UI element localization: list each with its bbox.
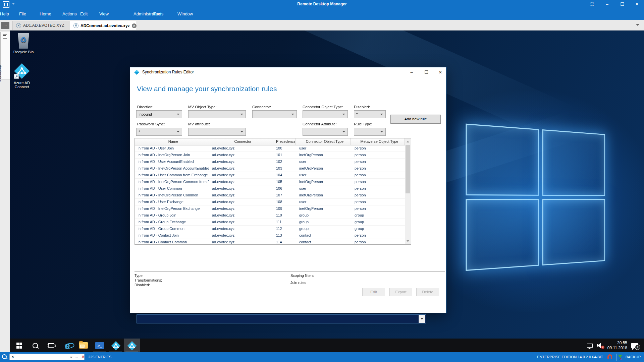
menu-item[interactable]: Window: [177, 11, 193, 16]
connector-attribute-select[interactable]: [303, 128, 348, 136]
window-title: Remote Desktop Manager: [0, 2, 644, 6]
connector-select[interactable]: [252, 110, 297, 118]
desktop-icon-azure-ad-connect[interactable]: ↗ Azure AD Connect: [10, 63, 38, 89]
password-sync-label: Password Sync:: [137, 122, 165, 126]
taskbar-clock[interactable]: 20:55 09.11.2018: [607, 341, 627, 351]
rule-type-select[interactable]: [354, 128, 386, 136]
search-icon: [2, 354, 7, 359]
windows-start-icon: [16, 343, 22, 348]
delete-button[interactable]: Delete: [416, 288, 439, 296]
table-row[interactable]: In from AD - User AccountEnabled ad.evot…: [135, 159, 405, 165]
backup-label[interactable]: BACKUP: [626, 355, 641, 359]
internet-explorer-icon: e: [65, 341, 70, 350]
entries-count: 225 ENTRIES: [88, 355, 111, 359]
clock-date: 09.11.2018: [607, 346, 627, 351]
dialog-minimize-button[interactable]: –: [407, 69, 417, 75]
table-row[interactable]: In from AD - InetOrgPerson Join ad.evote…: [135, 152, 405, 159]
menu-item[interactable]: Tools: [153, 11, 163, 16]
search-more-icon[interactable]: …: [74, 355, 78, 359]
recycle-bin-icon: ♻: [17, 33, 30, 49]
table-row[interactable]: In from AD - User Join ad.evotec.xyz 100…: [135, 145, 405, 152]
volume-muted-icon[interactable]: ✕: [597, 343, 603, 348]
table-scrollbar[interactable]: [405, 138, 411, 244]
action-center-icon[interactable]: 2: [631, 343, 638, 348]
scroll-up-icon[interactable]: [407, 141, 409, 142]
desktop-icon-recycle-bin[interactable]: ♻ Recycle Bin: [10, 33, 40, 54]
table-row[interactable]: In from AD - Group Common ad.evotec.xyz …: [135, 226, 405, 232]
desktop-icon-label: Connect: [10, 85, 38, 89]
password-sync-select[interactable]: *: [136, 128, 182, 136]
menu-item[interactable]: Home: [40, 11, 51, 16]
task-view-button[interactable]: [43, 339, 59, 352]
table-row[interactable]: In from AD - User Common from Exchange a…: [135, 172, 405, 179]
navigation-panel-tab[interactable]: Navigation: [0, 32, 10, 79]
join-rules-label: Join rules: [290, 281, 306, 285]
table-row[interactable]: In from AD - User Common ad.evotec.xyz 1…: [135, 185, 405, 192]
scrollbar-thumb[interactable]: [406, 145, 410, 193]
column-header-name[interactable]: Name: [135, 138, 209, 145]
maximize-button[interactable]: ☐: [617, 1, 627, 7]
clear-search-icon[interactable]: ✕: [82, 355, 85, 359]
dialog-maximize-button[interactable]: ☐: [421, 69, 431, 75]
column-header-connector[interactable]: Connector: [209, 138, 274, 145]
windows-logo: [466, 124, 608, 276]
magnet-icon[interactable]: [607, 354, 612, 359]
edit-button[interactable]: Edit: [362, 288, 385, 296]
background-combobox[interactable]: [137, 314, 426, 323]
menu-item[interactable]: Actions: [62, 11, 77, 16]
taskbar-search-button[interactable]: [27, 339, 43, 352]
table-row[interactable]: In from AD - Group Exchange ad.evotec.xy…: [135, 219, 405, 226]
tab-list-caret-icon[interactable]: [636, 24, 639, 26]
tab-ad1[interactable]: AD1.AD.EVOTEC.XYZ: [12, 21, 69, 30]
table-row[interactable]: In from AD - InetOrgPerson Common ad.evo…: [135, 192, 405, 199]
scroll-down-icon[interactable]: [407, 240, 409, 242]
table-row[interactable]: In from AD - Contact Common ad.evotec.xy…: [135, 239, 405, 245]
add-new-rule-button[interactable]: Add new rule: [390, 115, 441, 124]
column-header-precedence[interactable]: Precedence: [274, 138, 296, 145]
disabled-filter-select[interactable]: *: [354, 110, 386, 118]
close-button[interactable]: ✕: [632, 1, 642, 7]
table-header: Name Connector Precedence Connector Obje…: [135, 138, 405, 145]
column-header-connector-object-type[interactable]: Connector Object Type: [296, 138, 351, 145]
connector-object-type-select[interactable]: [303, 110, 348, 118]
taskbar-powershell[interactable]: >_: [92, 339, 108, 352]
sync-rules-editor-window: Synchronization Rules Editor – ☐ ✕ View …: [130, 67, 446, 313]
divider: [135, 271, 445, 272]
direction-select[interactable]: Inbound: [136, 110, 182, 118]
table-row[interactable]: In from AD - InetOrgPerson AccountEnable…: [135, 165, 405, 172]
mv-attribute-select[interactable]: [188, 128, 246, 136]
dialog-close-button[interactable]: ✕: [435, 69, 445, 75]
export-button[interactable]: Export: [389, 288, 412, 296]
table-row[interactable]: In from AD - User Exchange ad.evotec.xyz…: [135, 199, 405, 205]
menu-item[interactable]: Help: [0, 11, 9, 16]
tab-adconnect[interactable]: ADConnect.ad.evotec.xyz ✕: [70, 21, 136, 30]
focus-mode-button[interactable]: ⛶: [587, 1, 597, 7]
azure-ad-connect-icon: ↗: [14, 63, 30, 79]
search-input[interactable]: [9, 354, 85, 360]
start-button[interactable]: [11, 339, 27, 352]
table-row[interactable]: In from AD - Contact Join ad.evotec.xyz …: [135, 232, 405, 239]
session-icon: [16, 23, 21, 28]
table-row[interactable]: In from AD - InetOrgPerson Exchange ad.e…: [135, 205, 405, 212]
panel-menu-button[interactable]: …: [1, 22, 9, 29]
menu-item[interactable]: File: [19, 11, 26, 16]
table-row[interactable]: In from AD - Group Join ad.evotec.xyz 11…: [135, 212, 405, 219]
taskbar-internet-explorer[interactable]: e: [59, 339, 75, 352]
mv-object-type-select[interactable]: [188, 110, 246, 118]
search-options-caret-icon[interactable]: [70, 357, 72, 358]
table-body: In from AD - User Join ad.evotec.xyz 100…: [135, 145, 405, 244]
tab-close-icon[interactable]: ✕: [132, 23, 137, 28]
menu-item[interactable]: View: [99, 11, 109, 16]
combobox-dropdown-icon[interactable]: [419, 315, 425, 323]
search-icon: [33, 343, 38, 348]
dialog-titlebar[interactable]: Synchronization Rules Editor – ☐ ✕: [130, 67, 446, 77]
taskbar-azure-ad-connect-1[interactable]: [108, 339, 124, 352]
column-header-metaverse-object-type[interactable]: Metaverse Object Type: [351, 138, 405, 145]
rdm-titlebar: Remote Desktop Manager ⛶ – ☐ ✕: [0, 0, 644, 9]
taskbar-file-explorer[interactable]: [75, 339, 92, 352]
network-icon[interactable]: [587, 344, 593, 348]
minimize-button[interactable]: –: [602, 1, 612, 7]
taskbar-azure-ad-connect-2[interactable]: [124, 339, 140, 352]
table-row[interactable]: In from AD - InetOrgPerson Common from E…: [135, 179, 405, 185]
menu-item[interactable]: Edit: [80, 11, 88, 16]
